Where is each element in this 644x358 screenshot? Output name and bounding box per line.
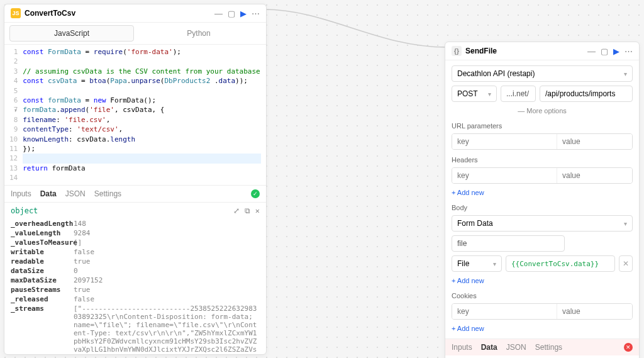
box-icon[interactable]: ▢: [601, 47, 608, 56]
tab-json[interactable]: JSON: [506, 343, 526, 352]
api-select[interactable]: Decathlon API (restapi) ▾: [452, 65, 633, 82]
data-output: object ⤢ ⧉ ✕ _overheadLength148_valueLen…: [4, 202, 266, 354]
minimize-icon[interactable]: —: [214, 9, 223, 18]
box-icon[interactable]: ▢: [228, 9, 235, 18]
output-row: _streams["--------------------------2538…: [4, 304, 266, 354]
file-value-input[interactable]: {{ConvertToCsv.data}}: [506, 255, 615, 272]
path-input[interactable]: /api/products/imports: [540, 86, 633, 102]
panel-sendfile: {} SendFile — ▢ ▶ ⋯ Decathlon API (resta…: [445, 42, 640, 358]
output-row: maxDataSize2097152: [4, 276, 266, 285]
section-body: Body: [452, 204, 633, 211]
output-type: object: [11, 206, 38, 215]
body-key[interactable]: file: [452, 235, 565, 252]
body-type-select[interactable]: Form Data ▾: [452, 215, 633, 232]
method-select[interactable]: POST ▾: [452, 86, 497, 102]
code-content: const FormData = require('form-data'); /…: [23, 47, 266, 182]
value-input[interactable]: [557, 168, 633, 183]
line-gutter: 123456 ▾7 891011121314: [4, 47, 23, 182]
connector-line: [264, 6, 453, 57]
chevron-down-icon: ▾: [488, 91, 491, 98]
play-icon[interactable]: ▶: [613, 47, 619, 56]
output-row: _valueLength9284: [4, 228, 266, 238]
output-row: dataSize0: [4, 266, 266, 276]
tab-json[interactable]: JSON: [65, 189, 86, 198]
minimize-icon[interactable]: —: [587, 47, 596, 56]
panel-title: ConvertToCsv: [25, 9, 214, 18]
value-input[interactable]: [557, 134, 633, 149]
copy-icon[interactable]: ⧉: [245, 206, 250, 215]
cookie-row: ✕: [452, 303, 633, 320]
tab-settings[interactable]: Settings: [94, 189, 121, 198]
section-url-params: URL parameters: [452, 122, 633, 130]
tab-javascript[interactable]: JavaScript: [9, 25, 134, 42]
output-table: _overheadLength148_valueLength9284_value…: [4, 219, 266, 354]
section-cookies: Cookies: [452, 292, 633, 299]
output-row: _valuesToMeasure[]: [4, 238, 266, 247]
language-tabs: JavaScript Python: [4, 23, 266, 45]
close-icon[interactable]: ✕: [255, 206, 260, 215]
panel-header: {} SendFile — ▢ ▶ ⋯: [445, 42, 639, 60]
host-label: ...i.net/: [501, 86, 536, 102]
panel-converttocsv: JS ConvertToCsv — ▢ ▶ ⋯ JavaScript Pytho…: [4, 4, 267, 355]
key-input[interactable]: [452, 134, 557, 149]
status-ok-icon: ✓: [251, 189, 260, 198]
key-input[interactable]: [452, 304, 557, 319]
tab-data[interactable]: Data: [481, 343, 497, 352]
output-tabs: Inputs Data JSON Settings ✕: [445, 338, 639, 355]
url-param-row: ✕: [452, 133, 633, 150]
remove-icon[interactable]: ✕: [619, 255, 633, 272]
output-row: pauseStreamstrue: [4, 285, 266, 294]
tab-settings[interactable]: Settings: [535, 343, 562, 352]
output-row: readabletrue: [4, 257, 266, 266]
value-input[interactable]: [557, 304, 633, 319]
more-icon[interactable]: ⋯: [625, 47, 633, 56]
chevron-down-icon: ▾: [624, 70, 627, 77]
panel-header: JS ConvertToCsv — ▢ ▶ ⋯: [4, 4, 266, 23]
header-row: ✕: [452, 167, 633, 184]
code-editor[interactable]: 123456 ▾7 891011121314 const FormData = …: [4, 45, 266, 185]
play-icon[interactable]: ▶: [240, 9, 247, 18]
output-tabs: Inputs Data JSON Settings ✓: [4, 185, 266, 202]
expand-icon[interactable]: ⤢: [233, 206, 240, 215]
tab-inputs[interactable]: Inputs: [11, 189, 31, 198]
tab-data[interactable]: Data: [40, 189, 57, 198]
output-row: _releasedfalse: [4, 294, 266, 304]
add-cookie[interactable]: + Add new: [452, 323, 633, 333]
output-row: _overheadLength148: [4, 219, 266, 228]
key-input[interactable]: [452, 168, 557, 183]
add-header[interactable]: + Add new: [452, 187, 633, 198]
section-headers: Headers: [452, 156, 633, 164]
output-row: writablefalse: [4, 247, 266, 257]
more-icon[interactable]: ⋯: [252, 9, 260, 18]
http-icon: {}: [452, 46, 462, 56]
js-icon: JS: [11, 8, 21, 18]
add-body-field[interactable]: + Add new: [452, 276, 633, 286]
status-error-icon: ✕: [624, 343, 633, 352]
file-type-select[interactable]: File ▾: [452, 255, 502, 272]
more-options[interactable]: — More options: [452, 106, 633, 116]
tab-inputs[interactable]: Inputs: [452, 343, 472, 352]
tab-python[interactable]: Python: [136, 25, 261, 42]
panel-title: SendFile: [465, 47, 587, 55]
chevron-down-icon: ▾: [624, 220, 627, 227]
chevron-down-icon: ▾: [493, 260, 496, 267]
